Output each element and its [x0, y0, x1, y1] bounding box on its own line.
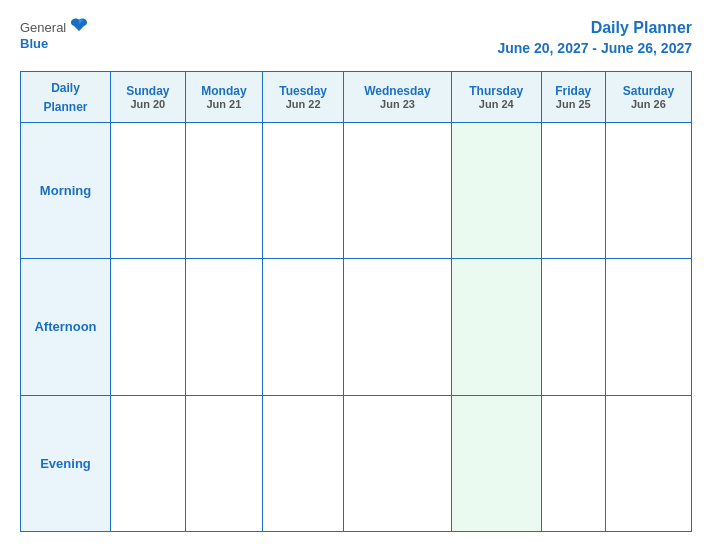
wednesday-name: Wednesday — [348, 84, 447, 98]
title-main: Daily Planner — [497, 18, 692, 39]
morning-monday[interactable] — [185, 122, 263, 258]
afternoon-sunday[interactable] — [111, 259, 186, 395]
morning-friday[interactable] — [541, 122, 605, 258]
title-date: June 20, 2027 - June 26, 2027 — [497, 39, 692, 57]
logo-blue: Blue — [20, 36, 48, 51]
thursday-name: Thursday — [456, 84, 537, 98]
evening-thursday[interactable] — [451, 395, 541, 531]
logo-bird-icon — [70, 18, 88, 36]
monday-date: Jun 21 — [190, 98, 259, 110]
calendar-table: Daily Planner Sunday Jun 20 Monday Jun 2… — [20, 71, 692, 532]
logo-text: General — [20, 18, 88, 36]
afternoon-thursday[interactable] — [451, 259, 541, 395]
planner-label: Planner — [43, 100, 87, 114]
col-saturday: Saturday Jun 26 — [605, 71, 691, 122]
daily-planner-header: Daily Planner — [21, 71, 111, 122]
afternoon-wednesday[interactable] — [344, 259, 452, 395]
afternoon-monday[interactable] — [185, 259, 263, 395]
monday-name: Monday — [190, 84, 259, 98]
tuesday-date: Jun 22 — [267, 98, 339, 110]
evening-row: Evening — [21, 395, 692, 531]
evening-monday[interactable] — [185, 395, 263, 531]
sunday-name: Sunday — [115, 84, 181, 98]
morning-saturday[interactable] — [605, 122, 691, 258]
friday-name: Friday — [546, 84, 601, 98]
morning-wednesday[interactable] — [344, 122, 452, 258]
col-wednesday: Wednesday Jun 23 — [344, 71, 452, 122]
header-row: Daily Planner Sunday Jun 20 Monday Jun 2… — [21, 71, 692, 122]
afternoon-row: Afternoon — [21, 259, 692, 395]
wednesday-date: Jun 23 — [348, 98, 447, 110]
morning-label: Morning — [21, 122, 111, 258]
saturday-date: Jun 26 — [610, 98, 687, 110]
afternoon-label: Afternoon — [21, 259, 111, 395]
evening-saturday[interactable] — [605, 395, 691, 531]
evening-wednesday[interactable] — [344, 395, 452, 531]
evening-label: Evening — [21, 395, 111, 531]
col-monday: Monday Jun 21 — [185, 71, 263, 122]
evening-tuesday[interactable] — [263, 395, 344, 531]
col-thursday: Thursday Jun 24 — [451, 71, 541, 122]
title-area: Daily Planner June 20, 2027 - June 26, 2… — [497, 18, 692, 57]
logo-area: General Blue — [20, 18, 88, 51]
morning-tuesday[interactable] — [263, 122, 344, 258]
daily-label: Daily — [51, 81, 80, 95]
morning-sunday[interactable] — [111, 122, 186, 258]
afternoon-saturday[interactable] — [605, 259, 691, 395]
saturday-name: Saturday — [610, 84, 687, 98]
thursday-date: Jun 24 — [456, 98, 537, 110]
morning-row: Morning — [21, 122, 692, 258]
evening-sunday[interactable] — [111, 395, 186, 531]
sunday-date: Jun 20 — [115, 98, 181, 110]
page: General Blue Daily Planner June 20, 2027… — [0, 0, 712, 550]
evening-friday[interactable] — [541, 395, 605, 531]
afternoon-friday[interactable] — [541, 259, 605, 395]
col-tuesday: Tuesday Jun 22 — [263, 71, 344, 122]
header: General Blue Daily Planner June 20, 2027… — [20, 18, 692, 57]
morning-thursday[interactable] — [451, 122, 541, 258]
tuesday-name: Tuesday — [267, 84, 339, 98]
logo-general: General — [20, 20, 66, 35]
col-sunday: Sunday Jun 20 — [111, 71, 186, 122]
afternoon-tuesday[interactable] — [263, 259, 344, 395]
col-friday: Friday Jun 25 — [541, 71, 605, 122]
friday-date: Jun 25 — [546, 98, 601, 110]
